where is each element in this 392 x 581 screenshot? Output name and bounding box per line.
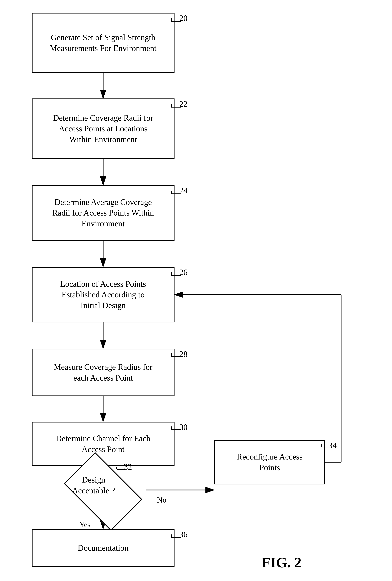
ref-tick-34 (319, 443, 332, 451)
box-22: Determine Coverage Radii forAccess Point… (32, 98, 175, 159)
ref-tick-36 (168, 533, 183, 542)
ref-tick-24 (168, 189, 183, 198)
box-20-label: Generate Set of Signal Strength Measurem… (32, 32, 174, 54)
box-20: Generate Set of Signal Strength Measurem… (32, 13, 175, 73)
ref-tick-26 (168, 271, 183, 280)
yes-label: Yes (79, 520, 90, 529)
box-36: Documentation (32, 529, 175, 567)
ref-tick-28 (168, 352, 183, 361)
box-28: Measure Coverage Radius foreach Access P… (32, 349, 175, 396)
ref-tick-20 (168, 17, 183, 26)
ref-tick-22 (168, 102, 183, 112)
fig-caption: FIG. 2 (262, 554, 301, 571)
diamond-32-wrapper: DesignAcceptable ? (60, 463, 146, 520)
box-36-label: Documentation (78, 542, 129, 553)
box-24: Determine Average CoverageRadii for Acce… (32, 185, 175, 241)
diagram-container: Generate Set of Signal Strength Measurem… (0, 0, 392, 581)
box-24-label: Determine Average CoverageRadii for Acce… (52, 197, 154, 229)
box-34-label: Reconfigure AccessPoints (237, 452, 303, 473)
box-22-label: Determine Coverage Radii forAccess Point… (53, 112, 153, 145)
box-30-label: Determine Channel for EachAccess Point (56, 433, 150, 454)
box-26: Location of Access PointsEstablished Acc… (32, 267, 175, 322)
box-28-label: Measure Coverage Radius foreach Access P… (54, 362, 153, 383)
no-label: No (157, 496, 167, 504)
ref-tick-30 (168, 425, 183, 434)
box-34: Reconfigure AccessPoints (214, 440, 325, 484)
diamond-32-label: DesignAcceptable ? (60, 463, 127, 508)
box-26-label: Location of Access PointsEstablished Acc… (60, 278, 146, 311)
box-30: Determine Channel for EachAccess Point (32, 422, 175, 466)
